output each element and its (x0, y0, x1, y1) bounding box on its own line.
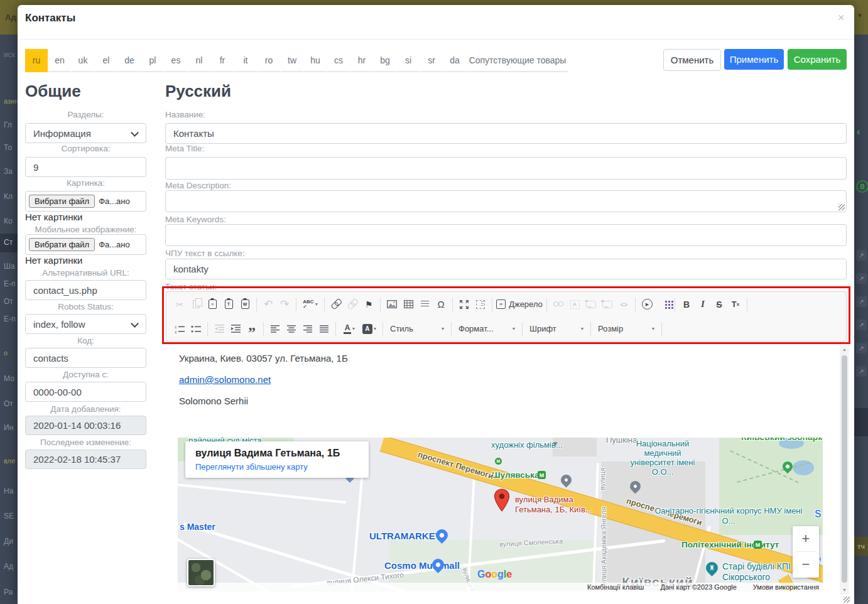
align-center-icon[interactable] (283, 321, 300, 337)
zoom-out-button[interactable]: − (793, 552, 819, 577)
close-icon[interactable]: × (838, 11, 845, 24)
zoom-in-button[interactable]: + (793, 526, 819, 551)
size-combo[interactable]: Розмір▾ (594, 321, 658, 337)
replace-icon[interactable]: A (567, 296, 583, 313)
google-map-embed[interactable]: районний суд міста художніх фільмів... ▼… (178, 438, 823, 591)
scroll-down-icon[interactable]: ▼ (840, 585, 849, 595)
styles-combo[interactable]: Стиль▾ (386, 321, 448, 337)
scrollbar-thumb[interactable] (842, 355, 847, 583)
comment-add-icon[interactable]: + (583, 296, 599, 313)
tab-bg[interactable]: bg (374, 49, 396, 72)
comment-remove-icon[interactable]: × (599, 296, 616, 313)
choose-file-button[interactable]: Вибрати файл (29, 238, 95, 251)
tab-tw[interactable]: tw (281, 49, 303, 72)
align-left-icon[interactable] (267, 321, 283, 337)
remove-format-button[interactable]: Tx (727, 296, 744, 313)
cancel-button[interactable]: Отменить (663, 49, 721, 71)
tab-ru[interactable]: ru (25, 49, 48, 72)
metro-icon[interactable]: M (538, 471, 546, 479)
format-combo[interactable]: Формат...▾ (455, 321, 519, 337)
collapsed-marker-icon[interactable]: ▼ (551, 440, 559, 448)
view-larger-map-link[interactable]: Переглянути збільшену карту (195, 462, 308, 472)
tab-es[interactable]: es (165, 49, 187, 72)
meta-keywords-input[interactable] (165, 224, 847, 246)
terms-link[interactable]: Умови використання (753, 583, 819, 591)
copy-icon[interactable] (188, 296, 204, 313)
sort-input[interactable]: 9 (25, 157, 146, 177)
ordered-list-icon[interactable]: 12 (171, 321, 188, 337)
align-justify-icon[interactable] (316, 321, 332, 337)
keyboard-shortcuts-link[interactable]: Комбінації клавіш (587, 583, 644, 591)
italic-button[interactable]: I (695, 296, 711, 313)
tab-ro[interactable]: ro (258, 49, 280, 72)
select-all-icon[interactable] (472, 296, 489, 313)
textarea-resize-handle[interactable] (838, 204, 845, 210)
image-icon[interactable] (384, 296, 400, 313)
available-input[interactable]: 0000-00-00 (25, 382, 146, 402)
table-icon[interactable] (400, 296, 416, 313)
mobile-file-input[interactable]: Вибрати файл Фа...ано (25, 234, 146, 255)
content-email-link[interactable]: admin@solomono.net (179, 374, 271, 385)
tab-da[interactable]: da (443, 49, 466, 72)
code-snippet-icon[interactable]: <> (616, 296, 632, 313)
tab-hu[interactable]: hu (304, 49, 327, 72)
widgets-grid-icon[interactable] (655, 296, 671, 313)
font-combo[interactable]: Шрифт▾ (526, 321, 587, 337)
outdent-icon[interactable] (211, 321, 227, 337)
tab-nl[interactable]: nl (188, 49, 210, 72)
special-char-icon[interactable]: Ω (433, 296, 449, 313)
slug-input[interactable]: kontakty (165, 259, 847, 279)
tab-pl[interactable]: pl (141, 49, 164, 72)
tab-si[interactable]: si (397, 49, 420, 72)
scroll-up-icon[interactable]: ▲ (840, 345, 849, 354)
undo-icon[interactable]: ↶ (260, 296, 276, 313)
sections-select[interactable]: Информация (25, 123, 146, 143)
text-color-button[interactable]: A▾ (339, 321, 359, 337)
strikethrough-button[interactable]: S (711, 296, 727, 313)
paste-text-icon[interactable]: T (220, 296, 237, 313)
anchor-flag-icon[interactable]: ⚑ (361, 296, 377, 313)
bold-button[interactable]: B (678, 296, 695, 313)
indent-icon[interactable] (227, 321, 244, 337)
tab-cs[interactable]: cs (327, 49, 350, 72)
tab-en[interactable]: en (48, 49, 71, 72)
tab-related-products[interactable]: Сопутствующие товары (467, 49, 568, 72)
alt-url-input[interactable]: contact_us.php (25, 280, 146, 300)
satellite-toggle-thumbnail[interactable] (187, 559, 215, 586)
tab-sr[interactable]: sr (420, 49, 443, 72)
meta-description-textarea[interactable] (165, 190, 847, 212)
align-right-icon[interactable] (300, 321, 316, 337)
media-embed-icon[interactable]: ▶ (639, 296, 655, 313)
horizontal-line-icon[interactable] (416, 296, 433, 313)
meta-title-input[interactable] (165, 157, 847, 180)
cut-icon[interactable]: ✂ (171, 296, 188, 313)
tab-de[interactable]: de (118, 49, 141, 72)
maximize-icon[interactable] (456, 296, 472, 313)
choose-file-button[interactable]: Вибрати файл (29, 195, 95, 208)
apply-button[interactable]: Применить (724, 49, 784, 70)
tab-fr[interactable]: fr (211, 49, 234, 72)
tab-uk[interactable]: uk (72, 49, 94, 72)
tab-el[interactable]: el (95, 49, 117, 72)
save-button[interactable]: Сохранить (788, 49, 847, 70)
image-file-input[interactable]: Вибрати файл Фа...ано (25, 191, 146, 212)
paste-icon[interactable]: ≡ (204, 296, 220, 313)
modal-resize-handle[interactable] (844, 596, 850, 603)
source-button[interactable]: ‹› Джерело (496, 296, 543, 313)
metro-icon[interactable]: M (495, 458, 502, 465)
university-pin-icon[interactable] (558, 472, 573, 487)
bullet-list-icon[interactable] (188, 321, 204, 337)
name-input[interactable]: Контакты (165, 123, 847, 144)
tab-it[interactable]: it (234, 49, 257, 72)
find-icon[interactable] (550, 296, 567, 313)
redo-icon[interactable]: ↷ (276, 296, 293, 313)
unlink-icon[interactable] (344, 296, 361, 313)
robots-select[interactable]: index, follow (25, 314, 146, 334)
code-input[interactable]: contacts (25, 348, 146, 368)
tab-hr[interactable]: hr (350, 49, 373, 72)
spellcheck-icon[interactable]: ABC ✓ ▾ (300, 296, 321, 313)
blockquote-icon[interactable]: ” (244, 318, 260, 340)
kpi-tower-pin-icon[interactable]: ♜ (703, 559, 720, 576)
red-marker-icon[interactable] (494, 488, 510, 512)
metro-icon[interactable]: M (754, 541, 762, 549)
